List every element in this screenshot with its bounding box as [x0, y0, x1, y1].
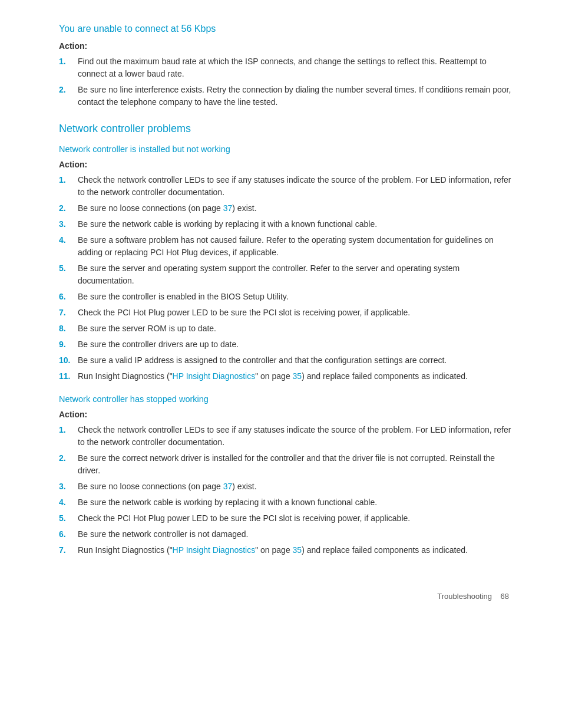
text-nw-7: Check the PCI Hot Plug power LED to be s… [78, 307, 515, 319]
section-56kbps: You are unable to connect at 56 Kbps : A… [59, 24, 515, 108]
text-hs-6: Be sure the network controller is not da… [78, 528, 515, 541]
num-nw-6: 6. [59, 291, 78, 303]
num-hs-7: 7. [59, 544, 78, 556]
list-56kbps: 1. Find out the maximum baud rate at whi… [59, 55, 515, 108]
num-hs-6: 6. [59, 528, 78, 541]
list-item-nw-11: 11. Run Insight Diagnostics ("HP Insight… [59, 370, 515, 383]
action-label-has-stopped: Action: [59, 410, 515, 419]
text-hs-5: Check the PCI Hot Plug power LED to be s… [78, 512, 515, 525]
page-footer: Troubleshooting 68 [59, 592, 515, 601]
action-colon-label-56kbps: Action: [59, 41, 515, 51]
action-label-not-working: Action: [59, 160, 515, 169]
text-nw-10: Be sure a valid IP address is assigned t… [78, 354, 515, 367]
list-item-nw-3: 3. Be sure the network cable is working … [59, 218, 515, 230]
num-nw-8: 8. [59, 322, 78, 335]
heading-network-controller-problems: Network controller problems [59, 123, 515, 135]
num-hs-4: 4. [59, 496, 78, 509]
num-hs-2: 2. [59, 452, 78, 465]
list-item-nw-10: 10. Be sure a valid IP address is assign… [59, 354, 515, 367]
list-item-hs-2: 2. Be sure the correct network driver is… [59, 452, 515, 477]
text-nw-6: Be sure the controller is enabled in the… [78, 291, 515, 303]
text-nw-9: Be sure the controller drivers are up to… [78, 338, 515, 351]
list-not-working: 1. Check the network controller LEDs to … [59, 174, 515, 383]
num-nw-11: 11. [59, 370, 78, 383]
text-56kbps-2: Be sure no line interference exists. Ret… [78, 84, 515, 108]
num-hs-3: 3. [59, 480, 78, 493]
text-56kbps-1: Find out the maximum baud rate at which … [78, 55, 515, 80]
link-page-35-hs[interactable]: 35 [293, 545, 302, 555]
list-item-nw-9: 9. Be sure the controller drivers are up… [59, 338, 515, 351]
list-item-nw-6: 6. Be sure the controller is enabled in … [59, 291, 515, 303]
text-nw-1: Check the network controller LEDs to see… [78, 174, 515, 199]
list-item-hs-7: 7. Run Insight Diagnostics ("HP Insight … [59, 544, 515, 556]
footer-label: Troubleshooting 68 [437, 592, 509, 601]
link-hp-insight-nw[interactable]: HP Insight Diagnostics [173, 371, 256, 381]
footer-page-num: 68 [501, 592, 509, 601]
text-nw-5: Be sure the server and operating system … [78, 262, 515, 287]
heading-56kbps: You are unable to connect at 56 Kbps [59, 24, 515, 34]
list-has-stopped: 1. Check the network controller LEDs to … [59, 424, 515, 556]
page-container: You are unable to connect at 56 Kbps : A… [0, 0, 562, 636]
section-not-working: Network controller is installed but not … [59, 144, 515, 383]
list-item-hs-6: 6. Be sure the network controller is not… [59, 528, 515, 541]
heading-not-working: Network controller is installed but not … [59, 144, 515, 154]
text-hs-4: Be sure the network cable is working by … [78, 496, 515, 509]
list-item-hs-3: 3. Be sure no loose connections (on page… [59, 480, 515, 493]
list-item-nw-2: 2. Be sure no loose connections (on page… [59, 202, 515, 215]
text-hs-3: Be sure no loose connections (on page 37… [78, 480, 515, 493]
list-item-nw-4: 4. Be sure a software problem has not ca… [59, 234, 515, 259]
list-item-hs-1: 1. Check the network controller LEDs to … [59, 424, 515, 449]
text-nw-2: Be sure no loose connections (on page 37… [78, 202, 515, 215]
heading-has-stopped: Network controller has stopped working [59, 394, 515, 404]
num-nw-1: 1. [59, 174, 78, 186]
link-hp-insight-hs[interactable]: HP Insight Diagnostics [173, 545, 256, 555]
link-page-37-hs[interactable]: 37 [223, 482, 233, 491]
num-nw-3: 3. [59, 218, 78, 230]
list-item-56kbps-1: 1. Find out the maximum baud rate at whi… [59, 55, 515, 80]
text-hs-1: Check the network controller LEDs to see… [78, 424, 515, 449]
num-nw-9: 9. [59, 338, 78, 351]
num-hs-5: 5. [59, 512, 78, 525]
text-nw-3: Be sure the network cable is working by … [78, 218, 515, 230]
list-item-nw-1: 1. Check the network controller LEDs to … [59, 174, 515, 199]
num-nw-2: 2. [59, 202, 78, 215]
text-nw-11: Run Insight Diagnostics ("HP Insight Dia… [78, 370, 515, 383]
text-nw-4: Be sure a software problem has not cause… [78, 234, 515, 259]
section-network-controller: Network controller problems Network cont… [59, 123, 515, 556]
list-item-hs-4: 4. Be sure the network cable is working … [59, 496, 515, 509]
num-nw-4: 4. [59, 234, 78, 246]
list-item-nw-7: 7. Check the PCI Hot Plug power LED to b… [59, 307, 515, 319]
text-hs-2: Be sure the correct network driver is in… [78, 452, 515, 477]
link-page-37-nw[interactable]: 37 [223, 203, 233, 213]
link-page-35-nw[interactable]: 35 [293, 371, 302, 381]
num-56kbps-2: 2. [59, 84, 78, 96]
list-item-hs-5: 5. Check the PCI Hot Plug power LED to b… [59, 512, 515, 525]
text-nw-8: Be sure the server ROM is up to date. [78, 322, 515, 335]
num-hs-1: 1. [59, 424, 78, 436]
num-nw-5: 5. [59, 262, 78, 275]
list-item-nw-8: 8. Be sure the server ROM is up to date. [59, 322, 515, 335]
num-nw-10: 10. [59, 354, 78, 367]
num-nw-7: 7. [59, 307, 78, 319]
list-item-nw-5: 5. Be sure the server and operating syst… [59, 262, 515, 287]
section-has-stopped: Network controller has stopped working A… [59, 394, 515, 556]
list-item-56kbps-2: 2. Be sure no line interference exists. … [59, 84, 515, 108]
num-56kbps-1: 1. [59, 55, 78, 68]
text-hs-7: Run Insight Diagnostics ("HP Insight Dia… [78, 544, 515, 556]
